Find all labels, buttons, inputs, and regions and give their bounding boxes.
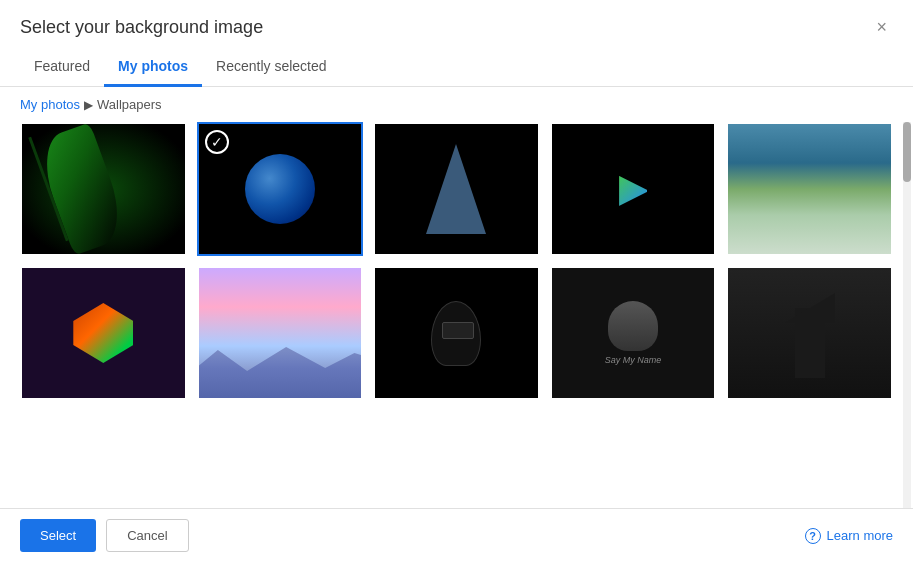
image-triangle xyxy=(375,124,538,254)
image-item-robot[interactable] xyxy=(20,266,187,400)
selected-checkmark: ✓ xyxy=(205,130,229,154)
image-batman xyxy=(728,268,891,398)
image-leaf xyxy=(22,124,185,254)
breadcrumb-parent[interactable]: My photos xyxy=(20,97,80,112)
image-item-planet[interactable]: ✓ xyxy=(197,122,364,256)
tabs-container: Featured My photos Recently selected xyxy=(0,38,913,87)
image-item-face[interactable]: Say My Name xyxy=(550,266,717,400)
scrollbar-track[interactable] xyxy=(903,122,911,508)
image-face: Say My Name xyxy=(552,268,715,398)
image-item-satellite[interactable] xyxy=(726,122,893,256)
image-item-triangle[interactable] xyxy=(373,122,540,256)
dialog-header: Select your background image × xyxy=(0,0,913,38)
dialog-title: Select your background image xyxy=(20,17,263,38)
batman-figure xyxy=(795,308,825,378)
image-logo: ▶ xyxy=(552,124,715,254)
face-text: Say My Name xyxy=(605,355,662,365)
robot-inner xyxy=(73,303,133,363)
image-item-batman[interactable] xyxy=(726,266,893,400)
image-item-logo[interactable]: ▶ xyxy=(550,122,717,256)
image-satellite xyxy=(728,124,891,254)
image-grid: ✓ ▶ xyxy=(20,122,893,400)
tab-my-photos[interactable]: My photos xyxy=(104,48,202,87)
tab-recently-selected[interactable]: Recently selected xyxy=(202,48,341,87)
logo-text: ▶ xyxy=(619,168,647,210)
breadcrumb: My photos ▶ Wallpapers xyxy=(0,87,913,122)
image-grid-container: ✓ ▶ xyxy=(0,122,913,508)
cancel-button[interactable]: Cancel xyxy=(106,519,188,552)
help-icon: ? xyxy=(805,528,821,544)
planet-ball xyxy=(245,154,315,224)
tab-featured[interactable]: Featured xyxy=(20,48,104,87)
dialog-footer: Select Cancel ? Learn more xyxy=(0,508,913,562)
image-robot xyxy=(22,268,185,398)
learn-more-label: Learn more xyxy=(827,528,893,543)
learn-more-link[interactable]: ? Learn more xyxy=(805,528,893,544)
select-button[interactable]: Select xyxy=(20,519,96,552)
image-item-mountains[interactable] xyxy=(197,266,364,400)
breadcrumb-separator: ▶ xyxy=(84,98,93,112)
image-planet: ✓ xyxy=(199,124,362,254)
darth-helmet xyxy=(431,301,481,366)
image-darth xyxy=(375,268,538,398)
image-item-leaf[interactable] xyxy=(20,122,187,256)
breadcrumb-current: Wallpapers xyxy=(97,97,162,112)
close-button[interactable]: × xyxy=(870,16,893,38)
footer-actions: Select Cancel xyxy=(20,519,189,552)
face-skull xyxy=(608,301,658,351)
image-mountains xyxy=(199,268,362,398)
scrollbar-thumb[interactable] xyxy=(903,122,911,182)
image-item-darth[interactable] xyxy=(373,266,540,400)
background-image-dialog: Select your background image × Featured … xyxy=(0,0,913,562)
